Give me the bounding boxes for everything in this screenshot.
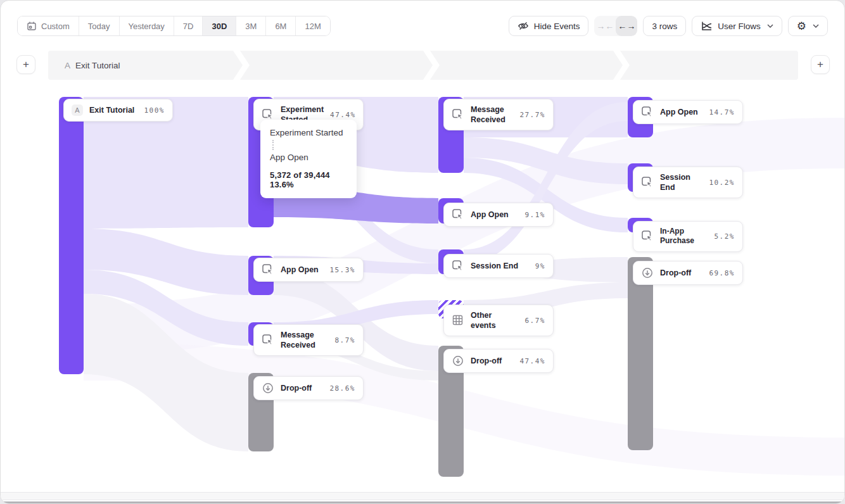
collapse-expand-control: →← ←→ xyxy=(594,16,637,36)
flow-node-dropoff-4[interactable]: Drop-off Drop-off 69.8% xyxy=(633,261,743,285)
node-percent: 47.4% xyxy=(519,357,545,365)
event-icon xyxy=(452,208,464,221)
plus-icon: + xyxy=(23,58,29,71)
node-percent: 5.2% xyxy=(715,232,735,241)
node-label: Drop-off xyxy=(660,268,702,278)
chevron-down-icon xyxy=(767,24,773,28)
flow-links xyxy=(1,83,845,488)
date-range-label: Yesterday xyxy=(129,22,165,31)
event-icon xyxy=(641,176,654,189)
node-percent: 47.4% xyxy=(330,111,356,119)
node-label: Other events xyxy=(471,310,519,331)
node-percent: 27.7% xyxy=(519,111,545,119)
date-range-label: Today xyxy=(88,22,110,31)
hide-events-button[interactable]: Hide Events xyxy=(509,16,589,36)
node-label: Session End xyxy=(660,172,702,192)
date-range-7d[interactable]: 7D xyxy=(174,16,203,35)
node-percent: 15.3% xyxy=(329,266,355,274)
flow-node-message-received-3[interactable]: Message Received 27.7% xyxy=(443,99,554,130)
date-range-12m[interactable]: 12M xyxy=(296,16,329,35)
flow-node-dropoff-2[interactable]: Drop-off 28.6% xyxy=(253,376,364,400)
date-range-label: 6M xyxy=(275,22,286,31)
event-icon xyxy=(262,263,274,276)
collapse-columns-button[interactable]: →← xyxy=(594,16,616,36)
step-name: Exit Tutorial xyxy=(75,61,120,70)
rows-button[interactable]: 3 rows xyxy=(643,16,686,36)
link-tooltip: Experiment Started App Open 5,372 of 39,… xyxy=(260,120,357,198)
plus-icon: + xyxy=(817,58,823,71)
flow-node-app-open-4[interactable]: App Open 14.7% xyxy=(633,100,743,124)
step-a-badge: A xyxy=(72,104,83,116)
tooltip-stats: 5,372 of 39,444 13.6% xyxy=(270,170,347,189)
node-percent: 69.8% xyxy=(709,269,735,277)
dropoff-icon xyxy=(262,382,274,394)
node-percent: 8.7% xyxy=(335,336,356,344)
tooltip-source-event: Experiment Started xyxy=(270,128,347,137)
flow-node-app-open-2[interactable]: App Open 15.3% xyxy=(253,258,364,282)
flow-node-session-end-4[interactable]: Session End 10.2% xyxy=(633,167,743,198)
expand-columns-button[interactable]: ←→ xyxy=(616,16,637,36)
node-percent: 10.2% xyxy=(709,179,735,187)
window-bottom-edge xyxy=(1,501,844,503)
date-range-3m[interactable]: 3M xyxy=(236,16,266,35)
node-percent: 9.1% xyxy=(525,211,546,219)
event-icon xyxy=(641,106,654,118)
flow-node-session-end-3[interactable]: Session End 9% xyxy=(443,254,554,278)
view-type-label: User Flows xyxy=(718,22,761,31)
date-range-label: Custom xyxy=(41,22,70,31)
view-type-dropdown[interactable]: User Flows xyxy=(692,16,782,36)
event-icon xyxy=(452,260,464,272)
tooltip-target-event: App Open xyxy=(270,153,347,162)
date-range-label: 3M xyxy=(245,22,257,31)
expand-icon: ←→ xyxy=(618,21,635,31)
node-label: Message Received xyxy=(281,330,329,350)
node-percent: 28.6% xyxy=(329,384,355,393)
footer-strip xyxy=(1,492,844,500)
date-range-today[interactable]: Today xyxy=(79,16,120,35)
flow-node-dropoff-3[interactable]: Drop-off 47.4% xyxy=(443,349,554,373)
toolbar-right-controls: Hide Events →← ←→ 3 rows User Flows ⚙ xyxy=(509,16,828,36)
flow-node-other-events-3[interactable]: Other events 6.7% xyxy=(443,305,554,336)
node-label: In-App Purchase xyxy=(660,227,708,246)
flow-node-message-received-2[interactable]: Message Received 8.7% xyxy=(253,324,364,356)
grid-icon xyxy=(452,314,464,327)
node-label: App Open xyxy=(660,107,702,117)
step-letter: A xyxy=(65,61,70,70)
hide-events-label: Hide Events xyxy=(534,22,580,31)
node-percent: 9% xyxy=(535,262,545,270)
dropoff-icon xyxy=(641,267,654,279)
event-icon xyxy=(452,108,464,121)
add-step-right-button[interactable]: + xyxy=(811,55,830,74)
date-range-custom[interactable]: Custom xyxy=(18,16,79,35)
node-percent: 6.7% xyxy=(525,317,546,325)
flow-canvas: A Exit Tutorial 100% Experiment Started … xyxy=(1,83,845,488)
node-bar-exit-tutorial[interactable] xyxy=(59,97,84,374)
path-banner: A Exit Tutorial xyxy=(48,51,798,80)
gear-icon: ⚙ xyxy=(797,21,806,32)
path-chevron-separator xyxy=(423,51,440,80)
tooltip-connector-dots xyxy=(272,140,274,150)
node-percent: 14.7% xyxy=(709,108,735,117)
node-label: Session End xyxy=(471,261,529,271)
date-range-label: 12M xyxy=(305,22,321,31)
date-range-6m[interactable]: 6M xyxy=(266,16,296,35)
collapse-icon: →← xyxy=(596,21,614,31)
node-label: Message Received xyxy=(471,104,513,125)
node-bar-dropoff-4[interactable] xyxy=(628,257,653,450)
calendar-icon xyxy=(27,21,37,31)
path-header: + A Exit Tutorial + xyxy=(1,55,845,75)
settings-dropdown[interactable]: ⚙ xyxy=(788,16,828,36)
user-flows-icon xyxy=(701,20,713,32)
rows-label: 3 rows xyxy=(652,22,677,31)
flow-node-in-app-purchase-4[interactable]: In-App Purchase 5.2% xyxy=(633,221,743,252)
path-chevron-separator xyxy=(233,51,250,80)
flow-node-app-open-3[interactable]: App Open 9.1% xyxy=(443,203,554,227)
flow-node-exit-tutorial[interactable]: A Exit Tutorial 100% xyxy=(63,99,173,122)
date-range-30d[interactable]: 30D xyxy=(203,16,236,35)
dropoff-icon xyxy=(452,355,464,367)
date-range-yesterday[interactable]: Yesterday xyxy=(120,16,174,35)
add-step-left-button[interactable]: + xyxy=(16,55,35,74)
toolbar: Custom Today Yesterday 7D 30D 3M 6M 12M … xyxy=(17,16,828,36)
user-flows-app: Custom Today Yesterday 7D 30D 3M 6M 12M … xyxy=(0,0,845,504)
date-range-label: 30D xyxy=(212,22,227,31)
